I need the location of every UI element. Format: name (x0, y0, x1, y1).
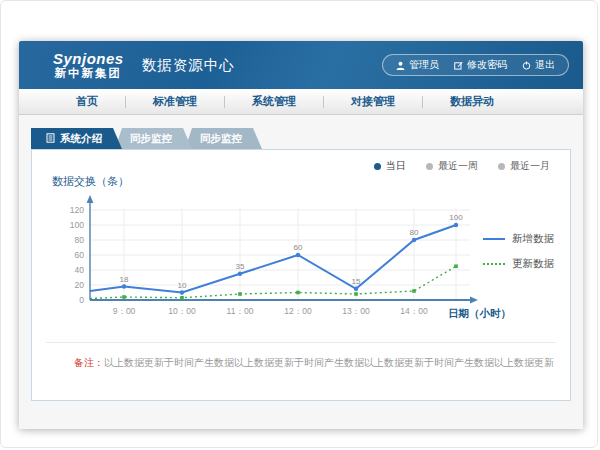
user-toolbar: 管理员 修改密码 退出 (382, 54, 569, 76)
y-axis-title: 数据交换（条） (52, 174, 129, 189)
tab-sync-monitor-2[interactable]: 同步监控 (185, 128, 262, 149)
edit-icon (454, 61, 463, 70)
note-divider (46, 342, 556, 343)
range-option-today[interactable]: 当日 (374, 159, 406, 173)
document-icon (46, 133, 55, 145)
app-header: Synjones 新中新集团 数据资源中心 管理员 修改密码 (19, 41, 583, 89)
logout-button[interactable]: 退出 (522, 58, 555, 72)
svg-text:0: 0 (79, 295, 84, 305)
svg-text:13：00: 13：00 (342, 306, 370, 316)
radio-selected-icon (374, 163, 381, 170)
user-icon (396, 61, 405, 70)
legend-label: 新增数据 (512, 232, 554, 246)
svg-text:9：00: 9：00 (113, 306, 136, 316)
range-option-label: 最近一周 (438, 159, 478, 173)
brand-logo: Synjones 新中新集团 (53, 51, 124, 79)
legend-item-updated-data: 更新数据 (483, 257, 554, 271)
svg-text:15: 15 (352, 277, 361, 286)
screenshot-frame: Synjones 新中新集团 数据资源中心 管理员 修改密码 (0, 0, 598, 448)
dotted-line-swatch-icon (483, 263, 505, 265)
radio-icon (426, 163, 433, 170)
power-icon (522, 61, 531, 70)
svg-text:14：00: 14：00 (400, 306, 428, 316)
svg-text:80: 80 (410, 228, 419, 237)
tab-label: 系统介绍 (60, 132, 102, 146)
tab-label: 同步监控 (130, 132, 172, 146)
footnote-text: 以上数据更新于时间产生数据以上数据更新于时间产生数据以上数据更新于时间产生数据以… (104, 357, 554, 368)
range-selector: 当日 最近一周 最近一月 (374, 159, 550, 173)
nav-item-system-mgmt[interactable]: 系统管理 (225, 94, 323, 109)
page-title: 数据资源中心 (142, 56, 235, 75)
svg-text:35: 35 (236, 262, 245, 271)
logout-label: 退出 (535, 58, 555, 72)
nav-item-data-change[interactable]: 数据异动 (423, 94, 521, 109)
tab-system-intro[interactable]: 系统介绍 (31, 128, 122, 149)
svg-text:40: 40 (75, 265, 85, 275)
svg-text:11：00: 11：00 (227, 306, 254, 316)
nav-item-interface-mgmt[interactable]: 对接管理 (324, 94, 422, 109)
main-nav: 首页 标准管理 系统管理 对接管理 数据异动 (19, 89, 583, 115)
current-user-button[interactable]: 管理员 (396, 58, 439, 72)
svg-text:12：00: 12：00 (284, 306, 312, 316)
legend-item-new-data: 新增数据 (483, 232, 554, 246)
range-option-last-week[interactable]: 最近一周 (426, 159, 478, 173)
footnote: 备注：以上数据更新于时间产生数据以上数据更新于时间产生数据以上数据更新于时间产生… (74, 356, 554, 370)
change-password-button[interactable]: 修改密码 (454, 58, 507, 72)
content-area: 系统介绍 同步监控 同步监控 当日 最近一周 (19, 115, 583, 429)
svg-text:60: 60 (75, 250, 85, 260)
tab-bar: 系统介绍 同步监控 同步监控 (31, 128, 255, 149)
range-option-last-month[interactable]: 最近一月 (498, 159, 550, 173)
solid-line-swatch-icon (483, 238, 505, 240)
svg-text:100: 100 (449, 213, 463, 222)
svg-text:80: 80 (75, 235, 85, 245)
chart-legend: 新增数据 更新数据 (483, 232, 554, 271)
svg-text:10: 10 (178, 281, 187, 290)
range-option-label: 最近一月 (510, 159, 550, 173)
brand-logo-chinese: 新中新集团 (53, 67, 124, 79)
svg-text:120: 120 (70, 205, 84, 215)
nav-item-standard-mgmt[interactable]: 标准管理 (126, 94, 224, 109)
svg-text:100: 100 (70, 220, 84, 230)
current-user-label: 管理员 (409, 58, 439, 72)
footnote-label: 备注： (74, 357, 104, 368)
nav-item-home[interactable]: 首页 (49, 94, 125, 109)
tab-sync-monitor-1[interactable]: 同步监控 (115, 128, 192, 149)
change-password-label: 修改密码 (467, 58, 507, 72)
svg-text:日期（小时）: 日期（小时） (448, 307, 511, 320)
range-option-label: 当日 (386, 159, 406, 173)
svg-text:18: 18 (120, 275, 129, 284)
app-window: Synjones 新中新集团 数据资源中心 管理员 修改密码 (19, 41, 583, 429)
svg-text:20: 20 (75, 280, 85, 290)
radio-icon (498, 163, 505, 170)
svg-text:10：00: 10：00 (168, 306, 196, 316)
svg-text:60: 60 (294, 243, 303, 252)
legend-label: 更新数据 (512, 257, 554, 271)
tab-label: 同步监控 (200, 132, 242, 146)
brand-logo-english: Synjones (53, 51, 124, 67)
chart-panel: 当日 最近一周 最近一月 数据交换（条） 0204060801001209：00… (31, 149, 571, 401)
